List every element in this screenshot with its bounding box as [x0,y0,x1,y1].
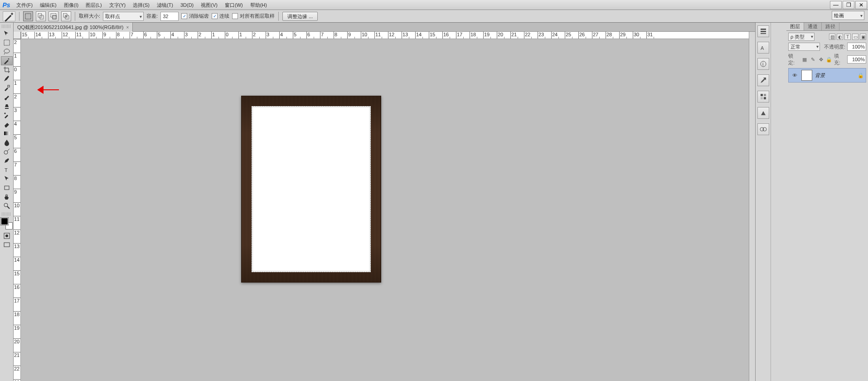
selection-add[interactable] [36,11,46,21]
ruler-tick: 1 [14,80,21,93]
panel-grip[interactable] [2,24,11,28]
screenmode-toggle[interactable] [1,240,13,249]
canvas-image[interactable] [241,96,381,283]
clone-stamp-tool[interactable] [1,102,13,111]
layer-filter-type[interactable]: ρ 类型 [788,33,815,41]
rectangle-tool[interactable] [1,183,13,192]
ruler-horizontal[interactable]: 1514131211109876543210123456789101112131… [21,32,755,39]
magic-wand-tool[interactable] [1,56,13,65]
lasso-tool[interactable] [1,47,13,56]
lock-transparency-icon[interactable]: ▦ [801,56,808,63]
styles-panel-icon[interactable] [757,74,769,86]
menu-help[interactable]: 帮助(H) [247,0,271,10]
tab-layers[interactable]: 图层 [786,23,804,30]
menu-layer[interactable]: 图层(L) [82,0,105,10]
all-layers-checkbox[interactable]: 对所有图层取样 [232,13,275,20]
menu-edit[interactable]: 编辑(E) [36,0,60,10]
quickmask-toggle[interactable] [1,231,13,240]
document-tab[interactable]: QQ截图20190522103641.jpg @ 100%(RGB/8#) × [14,23,133,32]
layer-thumbnail[interactable] [801,70,812,81]
tab-channels[interactable]: 通道 [804,23,822,30]
blend-mode-select[interactable]: 正常 [788,43,820,51]
fill-input[interactable]: 100% [847,55,866,64]
filter-type-icon[interactable]: T [844,34,851,40]
selection-new[interactable] [23,11,33,21]
crop-tool[interactable] [1,65,13,74]
ruler-tick: 3 [266,32,279,39]
layer-name[interactable]: 背景 [815,72,855,79]
marquee-tool[interactable] [1,38,13,47]
character-panel-icon[interactable]: A [757,42,769,54]
swatches-panel-icon[interactable] [757,91,769,103]
svg-rect-8 [4,40,10,45]
zoom-tool[interactable] [1,201,13,210]
history-brush-tool[interactable] [1,111,13,120]
refine-edge-button[interactable]: 调整边缘 ... [282,12,318,21]
healing-brush-tool[interactable] [1,83,13,93]
pen-tool[interactable] [1,156,13,165]
move-tool[interactable] [1,29,13,38]
lock-all-icon[interactable]: 🔒 [826,56,832,63]
gradient-tool[interactable] [1,129,13,138]
fill-label: 填充: [834,53,845,66]
close-icon[interactable]: × [126,25,129,30]
blur-tool[interactable] [1,138,13,147]
opacity-input[interactable]: 100% [847,43,866,51]
ruler-tick: 2 [198,32,211,39]
layer-row-background[interactable]: 👁 背景 🔒 [788,68,866,83]
selection-intersect[interactable] [61,11,71,21]
menu-filter[interactable]: 滤镜(T) [153,0,177,10]
eraser-tool[interactable] [1,120,13,129]
ruler-origin[interactable] [14,32,21,39]
ruler-tick: 13 [48,32,62,39]
canvas-viewport[interactable] [21,39,755,381]
color-swatches[interactable] [1,218,13,230]
workspace-switcher[interactable]: 绘画 [832,11,864,20]
brush-tool[interactable] [1,93,13,102]
path-select-tool[interactable] [1,174,13,183]
menu-select[interactable]: 选择(S) [129,0,153,10]
current-tool-indicator[interactable] [3,11,15,21]
foreground-color-swatch[interactable] [1,218,8,225]
lock-buttons: ▦ ✎ ✥ 🔒 [801,56,832,63]
visibility-toggle-icon[interactable]: 👁 [790,71,799,79]
tab-paths[interactable]: 路径 [822,23,839,30]
sample-size-select[interactable]: 取样点 [103,12,144,21]
ruler-tick: 18 [14,311,21,325]
libraries-panel-icon[interactable] [757,123,769,135]
type-tool[interactable]: T [1,165,13,174]
ruler-tick: 19 [483,32,497,39]
menu-type[interactable]: 文字(Y) [106,0,130,10]
window-minimize[interactable]: — [830,1,842,9]
lock-position-icon[interactable]: ✥ [818,56,824,63]
menu-3d[interactable]: 3D(D) [177,0,197,10]
hand-tool[interactable] [1,192,13,201]
window-close[interactable]: ✕ [855,1,867,9]
tool-presets-panel-icon[interactable] [757,107,769,119]
history-panel-icon[interactable] [757,25,769,37]
vertical-scrollbar[interactable] [749,32,755,381]
dodge-tool[interactable] [1,147,13,156]
filter-smart-icon[interactable]: ▣ [860,34,866,40]
contiguous-checkbox[interactable]: ✓ 连续 [212,13,229,20]
menu-file[interactable]: 文件(F) [13,0,36,10]
checkbox-icon: ✓ [212,13,218,19]
menu-window[interactable]: 窗口(W) [221,0,247,10]
filter-pixel-icon[interactable]: ▧ [829,34,835,40]
window-maximize[interactable]: ❐ [843,1,854,9]
ruler-tick: 30 [633,32,646,39]
ruler-vertical[interactable]: 2101234567891011121314151617181920212223… [14,39,21,381]
ruler-tick: 20 [497,32,510,39]
eyedropper-tool[interactable] [1,74,13,83]
filter-adjust-icon[interactable]: ◐ [837,34,843,40]
filter-shape-icon[interactable]: ▭ [852,34,858,40]
antialias-checkbox[interactable]: ✓ 消除锯齿 [181,13,209,20]
menu-image[interactable]: 图像(I) [60,0,82,10]
lock-pixels-icon[interactable]: ✎ [810,56,816,63]
menu-view[interactable]: 视图(V) [197,0,221,10]
tolerance-input[interactable]: 32 [160,12,179,21]
layer-filter-icons: ▧ ◐ T ▭ ▣ [829,34,866,40]
svg-point-11 [4,151,8,154]
selection-subtract[interactable] [48,11,58,21]
info-panel-icon[interactable]: i [757,58,769,70]
